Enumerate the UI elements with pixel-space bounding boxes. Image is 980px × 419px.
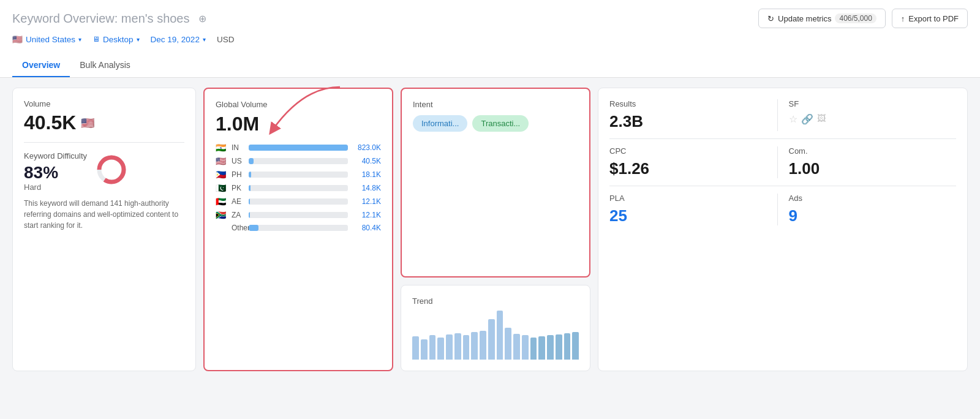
trend-bar (446, 334, 453, 360)
country-row: 🇺🇸 US 40.5K (216, 156, 381, 166)
export-pdf-button[interactable]: ↑ Export to PDF (892, 9, 968, 28)
country-code: AE (232, 197, 245, 206)
country-value: 12.1K (352, 211, 381, 219)
update-count-badge: 406/5,000 (835, 13, 876, 23)
country-bar-bg (249, 172, 348, 178)
country-code: Other (232, 224, 245, 232)
date-label: Dec 19, 2022 (151, 35, 200, 44)
country-bar-bg (249, 145, 348, 151)
page-title: Keyword Overview: men's shoes (12, 12, 190, 26)
ads-value: 9 (789, 206, 957, 225)
currency-label: USD (217, 35, 235, 48)
volume-value: 40.5K (24, 112, 76, 134)
intent-card: Intent Informati...Transacti... (401, 88, 590, 277)
sf-section: SF ☆ 🔗 🖼 (777, 99, 957, 131)
tab-bulk-analysis[interactable]: Bulk Analysis (70, 54, 140, 77)
device-filter[interactable]: 🖥 Desktop ▾ (92, 35, 140, 48)
country-bar-bg (249, 198, 348, 205)
country-bar-bg (249, 185, 348, 191)
trend-bar (497, 311, 503, 360)
results-section: Results 2.3B (609, 99, 777, 131)
kd-value: 83% (24, 163, 87, 183)
country-bar-bg (249, 212, 348, 218)
country-value: 14.8K (352, 184, 381, 192)
country-bar-fill (249, 225, 258, 231)
date-chevron-icon: ▾ (203, 36, 206, 43)
update-metrics-label: Update metrics (778, 14, 831, 23)
country-flag-icon: 🇿🇦 (216, 210, 228, 220)
com-label: Com. (789, 146, 957, 156)
country-row: 🇿🇦 ZA 12.1K (216, 210, 381, 220)
trend-bar (437, 338, 444, 360)
trend-bar (564, 333, 571, 360)
trend-bar (480, 331, 486, 360)
country-row: 🇵🇰 PK 14.8K (216, 183, 381, 193)
trend-bar (505, 328, 511, 360)
us-flag-icon: 🇺🇸 (12, 34, 23, 44)
country-bar-fill (249, 145, 348, 151)
trend-bar (421, 339, 428, 360)
cpc-label: CPC (609, 146, 777, 156)
com-value: 1.00 (789, 159, 957, 178)
global-volume-card: Global Volume 1.0M 🇮🇳 IN 823.0K 🇺🇸 US 40… (203, 88, 393, 371)
date-filter[interactable]: Dec 19, 2022 ▾ (151, 35, 206, 48)
update-metrics-button[interactable]: ↻ Update metrics 406/5,000 (758, 9, 886, 28)
trend-bar (530, 338, 537, 360)
country-bar-fill (249, 212, 250, 218)
country-bar-fill (249, 185, 251, 191)
pla-section: PLA 25 (609, 194, 777, 225)
country-bar-fill (249, 198, 250, 205)
country-row: 🇦🇪 AE 12.1K (216, 197, 381, 206)
volume-label: Volume (24, 99, 184, 108)
add-keyword-icon[interactable]: ⊕ (198, 13, 206, 25)
country-flag-icon: 🇵🇰 (216, 183, 228, 193)
stats-card: Results 2.3B SF ☆ 🔗 🖼 CPC $1.26 Com. 1.0… (598, 88, 968, 371)
country-row: Other 80.4K (216, 224, 381, 232)
country-code: IN (232, 143, 245, 152)
country-value: 40.5K (352, 157, 381, 165)
trend-bar (471, 332, 478, 360)
country-bar-fill (249, 172, 251, 178)
pla-label: PLA (609, 194, 777, 203)
ads-section: Ads 9 (777, 194, 957, 225)
country-value: 12.1K (352, 197, 381, 206)
country-value: 80.4K (352, 224, 381, 232)
trend-bar (463, 335, 470, 360)
us-flag-volume-icon: 🇺🇸 (81, 116, 94, 130)
country-filter[interactable]: 🇺🇸 United States ▾ (12, 34, 81, 48)
results-value: 2.3B (609, 112, 777, 131)
star-icon: ☆ (789, 113, 797, 125)
intent-label: Intent (413, 100, 578, 109)
export-label: Export to PDF (908, 14, 959, 23)
trend-bar (538, 336, 545, 360)
country-row: 🇵🇭 PH 18.1K (216, 170, 381, 179)
trend-chart (412, 311, 579, 360)
trend-bar (547, 335, 554, 360)
title-prefix: Keyword Overview: (12, 12, 118, 25)
export-icon: ↑ (901, 14, 905, 23)
trend-bar (429, 335, 436, 360)
country-label: United States (26, 35, 75, 44)
trend-bar (488, 319, 495, 360)
trend-bar (454, 333, 461, 360)
country-rows: 🇮🇳 IN 823.0K 🇺🇸 US 40.5K 🇵🇭 PH 18.1K 🇵🇰 … (216, 143, 381, 232)
kd-description: This keyword will demand 141 high-author… (24, 198, 184, 231)
device-label: Desktop (103, 35, 134, 44)
global-volume-value: 1.0M (216, 113, 381, 135)
country-flag-icon: 🇦🇪 (216, 197, 228, 206)
trend-bar (412, 336, 419, 360)
trend-bar (513, 334, 520, 360)
kd-rating: Hard (24, 183, 87, 192)
country-bar-bg (249, 158, 348, 164)
trend-label: Trend (412, 296, 579, 306)
trend-card: Trend (401, 285, 590, 371)
tab-overview[interactable]: Overview (12, 54, 70, 77)
country-flag-icon: 🇵🇭 (216, 170, 228, 179)
intent-badges: Informati...Transacti... (413, 115, 578, 132)
country-code: PK (232, 184, 245, 192)
country-code: ZA (232, 211, 245, 219)
trend-bar (556, 334, 562, 360)
country-flag-icon: 🇮🇳 (216, 143, 228, 153)
country-bar-bg (249, 225, 348, 231)
com-section: Com. 1.00 (777, 146, 957, 178)
